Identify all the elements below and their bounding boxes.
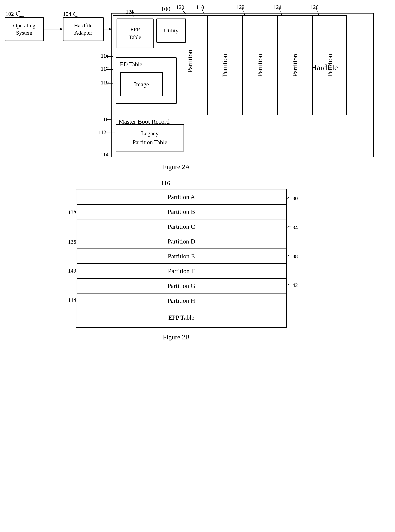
partition-col-2: Partition <box>242 15 278 115</box>
partition-row-e: Partition E <box>77 249 286 264</box>
callout-144 <box>74 299 77 302</box>
partition-row-f: Partition F <box>77 264 286 279</box>
callout-116 <box>106 55 114 58</box>
partition-col-3-text: Partition <box>291 54 299 77</box>
ha-text: HardfileAdapter <box>74 22 93 36</box>
image-box: Image <box>120 72 163 96</box>
callout-117 <box>106 68 114 71</box>
legacy-box: LegacyPartition Table <box>116 124 184 151</box>
partition-row-c: Partition C <box>77 219 286 234</box>
arrow-ha-main <box>104 28 111 31</box>
partition-col-1-text: Partition <box>221 54 229 77</box>
epp-table-box: EPPTable <box>116 18 154 48</box>
partition-a-label: Partition A <box>168 194 195 201</box>
fig2b-title: 116 <box>161 180 170 187</box>
partition-c-label: Partition C <box>168 223 195 230</box>
partition-row-b: Partition B <box>77 205 286 219</box>
partition-row-g: Partition G <box>77 279 286 293</box>
callout-136 <box>74 241 77 244</box>
callout-119 <box>106 82 114 85</box>
partition-row-h: Partition H <box>77 293 286 308</box>
legacy-text: LegacyPartition Table <box>132 129 167 147</box>
callout-128 <box>131 10 136 17</box>
label-100: 100 <box>161 6 170 13</box>
callout-134 <box>286 226 291 229</box>
label-130: 130 <box>290 195 298 202</box>
callout-120 <box>179 5 187 15</box>
partition-e-label: Partition E <box>168 253 195 260</box>
partition-col-2-text: Partition <box>256 54 264 77</box>
callout-124 <box>276 5 284 15</box>
partition-col-4-text: Partition <box>326 54 334 77</box>
label-138: 138 <box>290 253 298 259</box>
fig2a-caption: Figure 2A <box>163 163 190 171</box>
callout-130 <box>286 197 291 200</box>
callout-122 <box>239 5 247 15</box>
partition-row-d: Partition D <box>77 234 286 249</box>
utility-box: Utility <box>156 18 186 43</box>
ha-box: HardfileAdapter <box>63 17 104 41</box>
partition-g-label: Partition G <box>167 282 195 289</box>
callout-110 <box>106 118 112 121</box>
label-112: 112 <box>99 129 106 135</box>
label-104: 104 <box>63 11 71 17</box>
os-text: OperatingSystem <box>13 22 35 36</box>
callout-126 <box>313 5 321 15</box>
callout-138 <box>286 255 291 258</box>
partition-f-label: Partition F <box>168 268 195 274</box>
epp-table-text: EPPTable <box>129 26 141 41</box>
underline-100 <box>161 8 170 8</box>
image-text: Image <box>134 81 149 88</box>
partition-left-text: Partition <box>186 50 194 73</box>
label-102: 102 <box>5 11 14 17</box>
epp-table-row: EPP Table <box>77 308 286 327</box>
callout-112 <box>105 131 116 134</box>
partition-col-3: Partition <box>278 15 313 115</box>
arrow-os-ha <box>44 28 63 31</box>
callout-132 <box>74 211 77 214</box>
partition-row-a: Partition A <box>77 190 286 205</box>
callout-140 <box>74 270 77 273</box>
fig2b-underline <box>161 182 170 182</box>
svg-marker-1 <box>60 28 63 30</box>
os-box: OperatingSystem <box>5 17 44 41</box>
partition-d-label: Partition D <box>167 238 195 245</box>
label-142: 142 <box>290 282 298 288</box>
partition-h-label: Partition H <box>167 297 195 304</box>
partition-col-4: Partition <box>313 15 347 115</box>
callout-114 <box>106 154 112 156</box>
callout-142 <box>286 284 291 287</box>
ed-table-text: ED Table <box>120 61 142 67</box>
partition-col-1: Partition <box>207 15 242 115</box>
label-134: 134 <box>290 224 298 230</box>
fig2b-caption: Figure 2B <box>163 333 190 341</box>
callout-118-top <box>199 5 207 15</box>
utility-text: Utility <box>164 28 178 34</box>
partition-b-label: Partition B <box>168 208 195 215</box>
epp-table-label: EPP Table <box>168 314 194 321</box>
